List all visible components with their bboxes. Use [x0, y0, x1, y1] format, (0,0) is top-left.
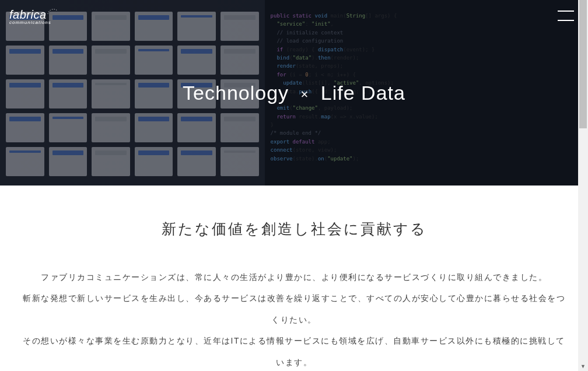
- logo-text: fabrica: [9, 8, 47, 21]
- scrollbar-thumb[interactable]: [579, 0, 587, 128]
- hero-section: public static void main(String[] args) {…: [0, 0, 588, 186]
- hero-title-right: Life Data: [321, 82, 405, 104]
- body-paragraph: その想いが様々な事業を生む原動力となり、近年はITによる情報サービスにも領域を広…: [20, 330, 568, 371]
- hero-title-left: Technology: [183, 82, 289, 104]
- hero-title: Technology × Life Data: [183, 82, 405, 104]
- body-paragraph: ファブリカコミュニケーションズは、常に人々の生活がより豊かに、より便利になるサー…: [20, 267, 568, 288]
- section-heading: 新たな価値を創造し社会に貢献する: [20, 219, 568, 239]
- logo[interactable]: fabrica communications: [9, 8, 51, 25]
- content-section: 新たな価値を創造し社会に貢献する ファブリカコミュニケーションズは、常に人々の生…: [8, 186, 580, 371]
- scroll-down-icon[interactable]: ▼: [578, 361, 588, 371]
- logo-arc-icon: [46, 5, 60, 19]
- hamburger-menu-icon[interactable]: [558, 10, 574, 21]
- body-paragraph: 斬新な発想で新しいサービスを生み出し、今あるサービスは改善を繰り返すことで、すべ…: [20, 288, 568, 330]
- scrollbar[interactable]: ▲ ▼: [578, 0, 588, 371]
- hero-title-separator: ×: [301, 87, 309, 102]
